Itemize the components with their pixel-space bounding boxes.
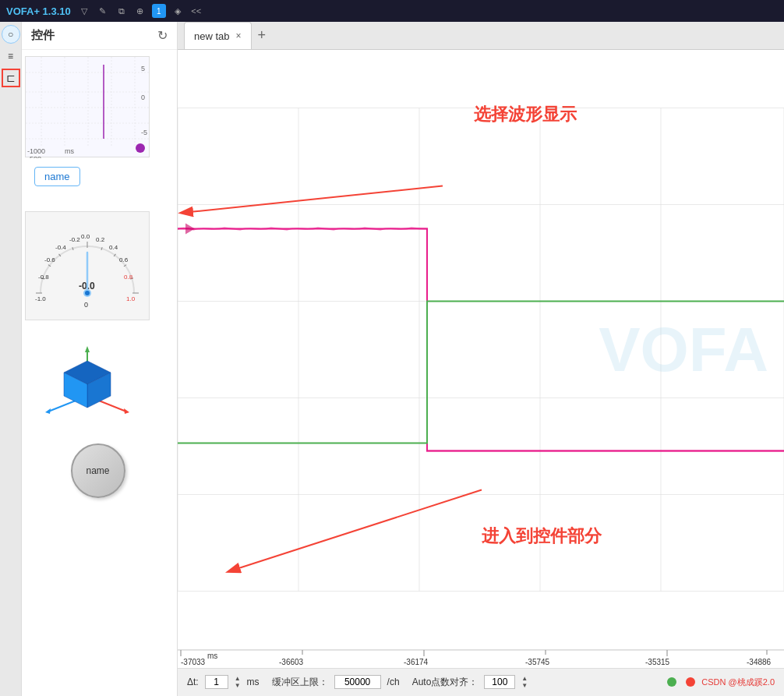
svg-text:-5: -5 bbox=[141, 129, 147, 136]
double-arrow-icon[interactable]: << bbox=[189, 4, 203, 18]
svg-text:0: 0 bbox=[141, 94, 145, 101]
sidebar-icon-lines[interactable]: ≡ bbox=[2, 47, 20, 65]
sidebar-icon-bracket[interactable]: ⊏ bbox=[2, 69, 20, 87]
svg-text:-1000: -1000 bbox=[27, 147, 45, 155]
auto-spinner-up[interactable]: ▲ bbox=[521, 675, 528, 682]
sidebar-content: 5 0 -5 -1000 ms -500 name bbox=[0, 50, 177, 696]
name-button-widget: name bbox=[25, 167, 171, 199]
tab-close-button[interactable]: × bbox=[236, 30, 242, 41]
name-circle-button[interactable]: name bbox=[71, 443, 125, 498]
spinner-down[interactable]: ▼ bbox=[235, 682, 241, 689]
red-status-dot bbox=[686, 677, 695, 687]
per-ch-label: /ch bbox=[387, 677, 400, 687]
sidebar-title: 控件 bbox=[31, 28, 55, 43]
sidebar-header: ○ ≡ ⊏ 控件 ↻ bbox=[0, 22, 177, 50]
svg-rect-54 bbox=[178, 108, 784, 592]
widget-gauge: -1.0 -0.8 -0.6 -0.4 -0.2 0.0 0.2 0.4 0.6… bbox=[25, 211, 150, 320]
tab-add-button[interactable]: + bbox=[252, 22, 273, 49]
svg-text:0.8: 0.8 bbox=[124, 274, 133, 281]
auto-label: Auto点数对齐： bbox=[412, 676, 479, 689]
buffer-input[interactable] bbox=[334, 675, 381, 689]
name-button[interactable]: name bbox=[34, 167, 80, 186]
oscilloscope-svg: 5 0 -5 -1000 ms -500 bbox=[26, 57, 150, 158]
green-status-dot bbox=[667, 677, 676, 687]
svg-point-43 bbox=[85, 291, 90, 295]
auto-spinner[interactable]: ▲ ▼ bbox=[521, 675, 528, 689]
cube-svg bbox=[25, 334, 150, 427]
titlebar-icons: ▽ ✎ ⧉ ⊕ 1 ◈ << bbox=[77, 4, 203, 18]
time-axis: -37033 ms -36603 -36174 -35745 -35315 -3… bbox=[178, 650, 784, 669]
buffer-label: 缓冲区上限： bbox=[272, 676, 328, 689]
target-icon[interactable]: ⊕ bbox=[133, 4, 147, 18]
arrow-icon[interactable]: ▽ bbox=[77, 4, 91, 18]
main-container: ○ ≡ ⊏ 控件 ↻ bbox=[0, 22, 784, 696]
spinner-up[interactable]: ▲ bbox=[235, 675, 241, 682]
svg-point-17 bbox=[136, 143, 145, 153]
tab-bar: new tab × + bbox=[178, 22, 784, 50]
ms-unit-label: ms bbox=[247, 677, 260, 687]
name-circle-widget: name bbox=[25, 443, 171, 498]
auto-input[interactable] bbox=[484, 675, 515, 689]
svg-text:-1.0: -1.0 bbox=[35, 295, 46, 302]
widget-cube-widget bbox=[25, 330, 150, 431]
sidebar-left-strip: ○ ≡ ⊏ bbox=[0, 22, 22, 696]
svg-marker-50 bbox=[45, 408, 51, 414]
svg-text:0.2: 0.2 bbox=[96, 236, 105, 243]
svg-text:ms: ms bbox=[65, 147, 74, 155]
badge-icon[interactable]: 1 bbox=[152, 4, 166, 18]
delta-t-spinner[interactable]: ▲ ▼ bbox=[235, 675, 241, 689]
oscilloscope-main: 选择波形显示 进入到控件部分 VOFA bbox=[178, 50, 784, 649]
main-panel: new tab × + bbox=[178, 22, 784, 696]
svg-text:5: 5 bbox=[141, 65, 145, 72]
svg-marker-48 bbox=[124, 408, 129, 414]
delta-t-input[interactable] bbox=[205, 675, 228, 689]
titlebar: VOFA+ 1.3.10 ▽ ✎ ⧉ ⊕ 1 ◈ << bbox=[0, 0, 784, 22]
refresh-button[interactable]: ↻ bbox=[157, 28, 168, 43]
app-brand: VOFA+ 1.3.10 bbox=[6, 5, 71, 17]
svg-text:0.4: 0.4 bbox=[109, 244, 118, 251]
chart-svg bbox=[178, 50, 784, 649]
tab-newtab[interactable]: new tab × bbox=[184, 22, 252, 49]
csdn-watermark: CSDN @桃成蹊2.0 bbox=[701, 677, 775, 688]
svg-text:0: 0 bbox=[84, 301, 88, 309]
status-controls: Δt: ▲ ▼ ms 缓冲区上限： /ch Auto点数对齐： ▲ ▼ bbox=[178, 669, 784, 696]
svg-text:0.6: 0.6 bbox=[119, 256, 129, 263]
widget-oscilloscope: 5 0 -5 -1000 ms -500 bbox=[25, 56, 150, 157]
sidebar: ○ ≡ ⊏ 控件 ↻ bbox=[0, 22, 178, 696]
fingerprint-icon[interactable]: ◈ bbox=[171, 4, 185, 18]
sidebar-icon-circle[interactable]: ○ bbox=[2, 25, 20, 44]
auto-spinner-down[interactable]: ▼ bbox=[521, 682, 528, 689]
svg-text:-0.4: -0.4 bbox=[55, 244, 66, 251]
svg-text:-0.8: -0.8 bbox=[38, 274, 49, 281]
svg-marker-46 bbox=[85, 346, 90, 352]
svg-text:1.0: 1.0 bbox=[126, 295, 136, 302]
bottom-bar: -37033 ms -36603 -36174 -35745 -35315 -3… bbox=[178, 649, 784, 696]
tab-label: new tab bbox=[194, 30, 230, 42]
svg-text:-500: -500 bbox=[27, 155, 41, 158]
tick-lines-svg bbox=[178, 650, 784, 669]
copy-icon[interactable]: ⧉ bbox=[115, 4, 129, 18]
svg-text:-0.6: -0.6 bbox=[44, 256, 55, 263]
gauge-svg: -1.0 -0.8 -0.6 -0.4 -0.2 0.0 0.2 0.4 0.6… bbox=[29, 215, 146, 316]
delta-t-label: Δt: bbox=[187, 677, 199, 687]
svg-text:-0.2: -0.2 bbox=[69, 236, 80, 243]
svg-text:0.0: 0.0 bbox=[81, 233, 90, 240]
cursor-icon[interactable]: ✎ bbox=[96, 4, 110, 18]
